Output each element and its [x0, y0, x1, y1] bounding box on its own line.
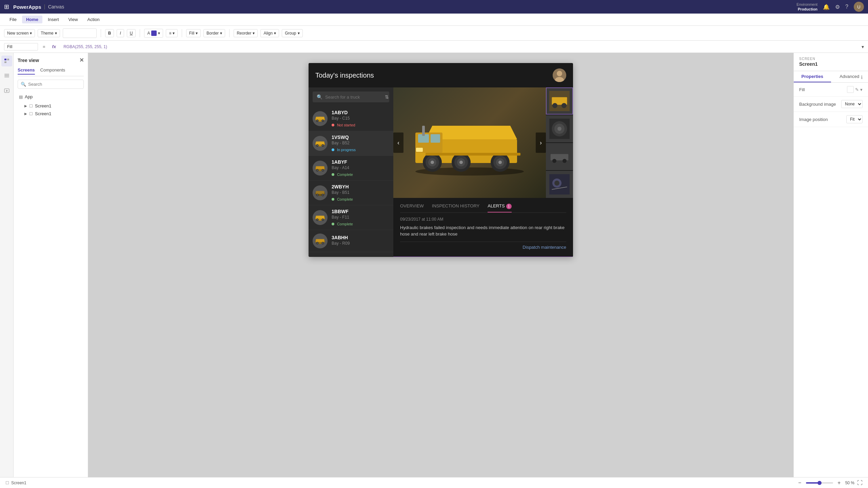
prop-imgpos-label: Image position — [799, 117, 828, 122]
close-panel-btn[interactable]: ✕ — [79, 57, 84, 63]
tab-overview[interactable]: OVERVIEW — [400, 203, 424, 212]
tree-item-app[interactable]: ▤ App — [18, 93, 84, 101]
zoom-in-btn[interactable]: + — [836, 480, 843, 486]
truck-item-1BBWF[interactable]: 1BBWF Bay - F11 Complete — [309, 205, 393, 230]
tab-alerts[interactable]: ALERTS1 — [488, 203, 511, 212]
truck-item-1VSWQ[interactable]: 1VSWQ Bay - B52 In progress — [309, 131, 393, 156]
italic-button[interactable]: I — [117, 29, 124, 37]
thumbnail-strip — [546, 87, 573, 198]
truck-item-1ABYD[interactable]: 1ABYD Bay - C15 Not started — [309, 106, 393, 131]
search-truck-input[interactable] — [325, 95, 382, 100]
screen-checkbox-2[interactable]: ☐ — [29, 111, 33, 116]
screen-checkbox-1[interactable]: ☐ — [29, 104, 33, 108]
prop-fill-value: ✎ ▾ — [847, 86, 863, 93]
svg-rect-24 — [316, 166, 324, 169]
reorder-label: Reorder — [237, 31, 251, 36]
menu-insert[interactable]: Insert — [44, 16, 63, 23]
truck-name-1BBWF: 1BBWF — [332, 209, 389, 214]
sep3 — [182, 29, 182, 37]
sep1 — [101, 29, 101, 37]
statusbar-screen-name: Screen1 — [11, 481, 26, 485]
status-dot-1ABYD — [332, 124, 334, 126]
fill-button[interactable]: Fill ▾ — [186, 29, 201, 37]
search-truck[interactable]: 🔍 ⇅ — [313, 92, 389, 102]
fill-expand-icon[interactable]: ▾ — [860, 87, 863, 92]
info-icon[interactable]: ℹ — [861, 75, 863, 80]
thumb-3[interactable] — [546, 143, 573, 170]
bg-image-select[interactable]: None — [841, 100, 863, 108]
app-title: Today's inspections — [315, 72, 374, 79]
menu-home[interactable]: Home — [22, 16, 42, 23]
search-box[interactable]: 🔍 — [18, 80, 84, 89]
fill-color-swatch[interactable] — [847, 86, 854, 93]
zoom-slider[interactable] — [806, 482, 833, 484]
toolbar: New screen ▾ Theme ▾ B I U A ▾ ≡ ▾ Fill … — [0, 26, 868, 41]
sort-icon[interactable]: ⇅ — [385, 94, 389, 100]
user-profile[interactable]: U — [854, 2, 864, 12]
treeview-icon[interactable] — [1, 56, 12, 66]
menu-action[interactable]: Action — [83, 16, 104, 23]
menu-file[interactable]: File — [5, 16, 21, 23]
prop-bg-image: Background image None — [794, 97, 868, 112]
svg-rect-65 — [426, 153, 520, 156]
image-position-select[interactable]: Fit — [846, 115, 863, 123]
expand-formula-icon[interactable]: ▾ — [862, 44, 864, 49]
fullscreen-btn[interactable]: ⛶ — [857, 480, 863, 486]
screen-checkbox-status: ☐ — [5, 481, 9, 485]
color-picker[interactable] — [63, 28, 97, 38]
tab-components[interactable]: Components — [40, 67, 65, 75]
new-screen-button[interactable]: New screen ▾ — [4, 29, 35, 37]
notification-icon[interactable]: 🔔 — [823, 4, 830, 10]
svg-point-22 — [322, 145, 323, 146]
thumb-1[interactable] — [546, 87, 573, 115]
user-avatar[interactable] — [553, 68, 566, 82]
bold-button[interactable]: B — [105, 29, 114, 37]
truck-item-3ABHH[interactable]: 3ABHH Bay - R09 — [309, 230, 393, 252]
media-icon[interactable] — [1, 85, 12, 96]
data-icon[interactable] — [1, 70, 12, 81]
zoom-out-btn[interactable]: − — [796, 480, 803, 486]
menu-view[interactable]: View — [64, 16, 82, 23]
text-color-button[interactable]: A ▾ — [144, 29, 163, 38]
dispatch-link[interactable]: Dispatch maintenance — [400, 245, 566, 250]
carousel-prev-btn[interactable]: ‹ — [393, 133, 403, 153]
help-icon[interactable]: ? — [845, 4, 848, 10]
formula-display[interactable]: RGBA(255, 255, 255, 1) — [61, 43, 859, 50]
svg-point-45 — [317, 243, 318, 244]
thumb-4[interactable] — [546, 171, 573, 198]
border-button[interactable]: Border ▾ — [203, 29, 225, 37]
group-button[interactable]: Group ▾ — [282, 29, 302, 37]
truck-name-2WBYH: 2WBYH — [332, 184, 389, 189]
tab-properties[interactable]: Properties — [794, 71, 831, 82]
continue-inspection-button[interactable]: CONTINUE INSPECTION — [393, 257, 573, 257]
tab-screens[interactable]: Screens — [18, 67, 35, 75]
tree-item-screen1-1[interactable]: ▶ ☐ Screen1 — [23, 102, 84, 110]
main-truck-image: ‹ › — [393, 87, 546, 198]
svg-point-21 — [317, 145, 318, 146]
search-input[interactable] — [28, 82, 81, 87]
group-label: Group — [285, 31, 296, 36]
chevron-down-icon-theme: ▾ — [55, 31, 57, 36]
truck-item-1ABYF[interactable]: 1ABYF Bay - A14 Complete — [309, 156, 393, 181]
tree-item-screen1-2[interactable]: ▶ ☐ Screen1 — [23, 110, 84, 118]
property-selector[interactable]: Fill — [4, 43, 38, 50]
align-objects-button[interactable]: Align ▾ — [260, 29, 279, 37]
status-dot-1ABYF — [332, 173, 334, 176]
truck-item-2WBYH[interactable]: 2WBYH Bay - B51 Complete — [309, 181, 393, 205]
fill-edit-icon[interactable]: ✎ — [855, 87, 859, 92]
app-grid-icon[interactable]: ⊞ — [4, 3, 9, 11]
carousel-next-btn[interactable]: › — [536, 133, 546, 153]
tab-inspection-history[interactable]: INSPECTION HISTORY — [432, 203, 479, 212]
fx-icon[interactable]: fx — [50, 43, 58, 50]
chevron-right-icon-1: ▶ — [24, 104, 27, 108]
panel-content: Tree view ✕ Screens Components 🔍 ▤ App — [14, 53, 88, 477]
reorder-button[interactable]: Reorder ▾ — [234, 29, 258, 37]
truck-bay-1BBWF: Bay - F11 — [332, 215, 389, 220]
svg-point-56 — [431, 161, 434, 164]
settings-icon[interactable]: ⚙ — [835, 4, 840, 10]
align-button[interactable]: ≡ ▾ — [166, 29, 177, 37]
underline-button[interactable]: U — [127, 29, 136, 37]
theme-button[interactable]: Theme ▾ — [38, 29, 60, 37]
screen1-label-2: Screen1 — [35, 111, 51, 116]
thumb-2[interactable] — [546, 115, 573, 142]
